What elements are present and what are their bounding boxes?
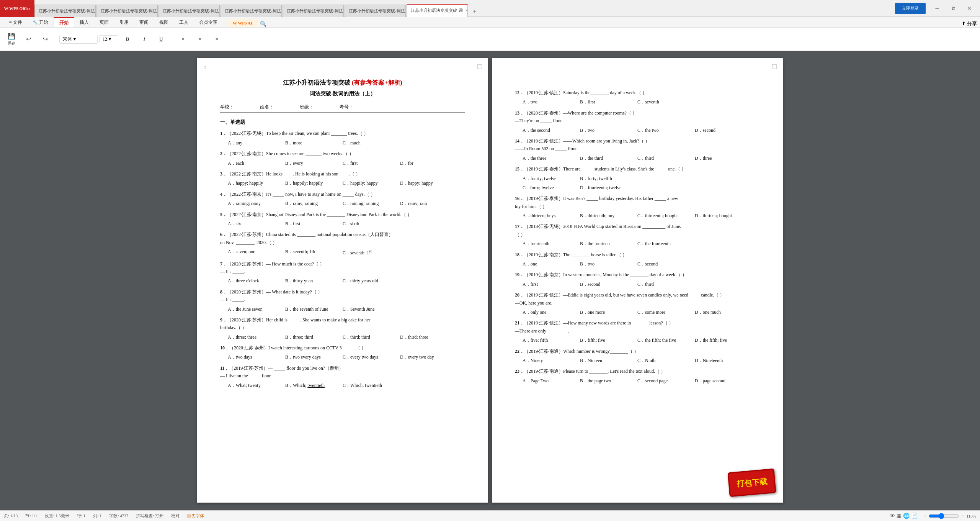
line-info: 行: 1 [77,513,85,519]
question-2: 2．（2022·江苏·南京）She comes to see me ______… [220,150,465,167]
ribbon-tab-view[interactable]: 视图 [154,17,174,27]
spell-check[interactable]: 拼写检查: 打开 [136,513,163,519]
minimize-button[interactable]: ─ [929,3,945,14]
page-subtitle: 词法突破-数词的用法（上） [220,89,465,98]
options-23: A．Page Two B．the page two C．second page … [523,377,760,385]
question-16: 16．（2019·江苏·泰州）It was Ben's _____ birthd… [515,195,760,220]
missing-font[interactable]: 缺失字体 [187,513,204,519]
options-7: A．three o'clock B．thirty yuan C．thirty y… [228,277,465,285]
options-19: A．first B．second C．third [523,280,760,288]
options-15b: C．forty; twelve D．fourteenth; twelve [523,184,760,192]
login-button[interactable]: 立即登录 [895,3,926,14]
tab-4[interactable]: 江苏小升初语法专项突破-词法突破- ✕ [220,5,282,17]
tab-6[interactable]: 江苏小升初语法专项突破-词法突破- ✕ [345,5,406,17]
tab-7[interactable]: 江苏小升初语法专项突破-词 ✕ [407,4,468,17]
ribbon-tab-tools[interactable]: 工具 [174,17,194,27]
ribbon-tab-insert[interactable]: 插入 [74,17,94,27]
question-10: 10．（2020·江苏·泰州）I watch interesting carto… [220,344,465,361]
question-8: 8．（2020·江苏·苏州）— What date is it today?（ … [220,288,465,313]
options-8: A．the June seven B．the seventh of June C… [228,305,465,313]
download-badge[interactable]: 打包下载 [727,469,776,497]
zoom-control: － ＋ 110% [923,513,976,519]
tab-5[interactable]: 江苏小升初语法专项突破-词法突破- ✕ [283,5,344,17]
section-info: 节: 1/1 [25,513,37,519]
view-page-button[interactable]: ▦ [897,513,902,519]
question-18: 18．（2019·江苏·南京）The ________ horse is tal… [515,251,760,268]
proofread-label[interactable]: 校对 [171,513,180,519]
question-1: 1．（2022·江苏·无锡）To keep the air clean, we … [220,129,465,147]
options-13: A．the second B．two C．the two D．second [523,126,760,134]
view-web-button[interactable]: 🌐 [903,513,910,519]
wps-ai-button[interactable]: W WPS AI [228,19,257,27]
options-20: A．only one B．one more C．some more D．one … [523,308,760,316]
close-button[interactable]: ✕ [962,3,977,14]
question-20: 20．（2019·江苏·镇江）—Eddie is eight years old… [515,291,760,316]
bold-button[interactable]: B [120,30,135,48]
ribbon-toolbar: 💾 保存 ↩ ↪ 宋体▾ 12▾ B I U ≡ ≡ ≡ [0,28,980,51]
zoom-in-button[interactable]: ＋ [961,513,965,519]
options-11: A．What; twenty B．Which; twentieth C．Whic… [228,382,465,389]
tab-3[interactable]: 江苏小升初语法专项突破-词法突破- ✕ [158,5,220,17]
redo-button[interactable]: ↪ [38,30,53,48]
ribbon-right-actions: ⬆ 分享 [962,20,980,27]
view-read-button[interactable]: 👁 [890,513,895,519]
align-left-button[interactable]: ≡ [175,30,191,48]
ribbon-tab-bar: ≡ 文件 🔧 开始 开始 插入 页面 引用 审阅 视图 工具 会员专享 W WP… [0,17,980,28]
save-icon: 💾 [8,33,15,40]
ribbon-tab-ref[interactable]: 引用 [114,17,134,27]
underline-button[interactable]: U [154,30,169,48]
ribbon-tab-page[interactable]: 页面 [94,17,114,27]
options-15: A．fourty; twelve B．forty; twelfth [523,175,760,182]
ribbon-tab-start[interactable]: 开始 [54,17,74,27]
page-info: 页: 1/13 [4,513,18,519]
window-controls: 立即登录 ─ ⧉ ✕ [895,3,980,14]
new-tab-button[interactable]: + [469,6,481,17]
font-size-selector[interactable]: 12▾ [99,35,118,43]
search-button[interactable]: 🔍 [260,21,266,27]
document-area: ⠿ 江苏小升初语法专项突破 (有参考答案+解析) 词法突破-数词的用法（上） 学… [0,51,980,510]
question-15: 15．（2019·江苏·泰州）There are _____ students … [515,165,760,192]
ribbon-tab-review[interactable]: 审阅 [134,17,154,27]
share-button[interactable]: ⬆ 分享 [962,20,977,27]
question-21: 21．（2019·江苏·镇江）—How many new words are t… [515,319,760,344]
section-header: 一、单选题 [220,118,465,126]
question-22: 22．（2019·江苏·南通）Which number is wrong?___… [515,347,760,365]
view-buttons: 👁 ▦ 🌐 📄 [890,513,918,519]
options-17: A．fourteenth B．the fourteen C．the fourte… [523,240,760,247]
word-count: 字数: 4737 [109,513,128,519]
font-name-selector[interactable]: 宋体▾ [59,35,98,44]
align-center-button[interactable]: ≡ [192,30,207,48]
align-right-button[interactable]: ≡ [209,30,224,48]
undo-button[interactable]: ↩ [21,30,36,48]
restore-button[interactable]: ⧉ [946,3,961,14]
ribbon-tab-vip[interactable]: 会员专享 [194,17,223,27]
question-19: 19．（2019·江苏·南京）In western countries, Mon… [515,271,760,288]
tab-2[interactable]: 江苏小升初语法专项突破-词法突破- ✕ [96,5,158,17]
zoom-slider[interactable] [929,513,959,519]
italic-button[interactable]: I [137,30,152,48]
question-4: 4．（2022·江苏·南京）It's _____ now, I have to … [220,190,465,208]
info-row: 学校：________ 姓名：________ 班级：________ 考号：_… [220,103,465,113]
undo-icon: ↩ [26,35,31,43]
question-17: 17．（2018·江苏·无锡）2018 FIFA World Cup start… [515,223,760,247]
options-21: A．five; fifth B．fifth; five C．the fifth;… [523,336,760,344]
ribbon-tab-file[interactable]: ≡ 文件 [4,17,28,27]
question-13: 13．（2020·江苏·泰州）—Where are the computer r… [515,109,760,134]
page-2-corner [772,64,777,69]
question-3: 3．（2022·江苏·南京）He looks ____. He is looki… [220,170,465,187]
separator-1 [56,31,56,47]
question-23: 23．（2019·江苏·南通）Please turn to ________. … [515,367,760,385]
zoom-out-button[interactable]: － [923,513,927,519]
options-22: A．Ninety B．Ninteen C．Ninth D．Nineteenth [523,357,760,364]
page-drag-handle[interactable]: ⠿ [203,64,206,71]
save-button[interactable]: 💾 保存 [4,30,19,48]
tab-close-7[interactable]: ✕ [465,8,468,13]
question-11: 11．（2019·江苏·苏州）— _____ floor do you live… [220,364,465,389]
view-outline-button[interactable]: 📄 [911,513,918,519]
wps-logo[interactable]: W WPS Office [0,0,34,17]
tab-1[interactable]: 江苏小升初语法专项突破-词法突破- ✕ [34,5,96,17]
page-title: 江苏小升初语法专项突破 (有参考答案+解析) [220,77,465,88]
ribbon-tab-home[interactable]: 🔧 开始 [28,17,54,27]
options-1: A．any B．more C．much [228,139,465,147]
options-12: A．two B．first C．seventh [523,98,760,106]
